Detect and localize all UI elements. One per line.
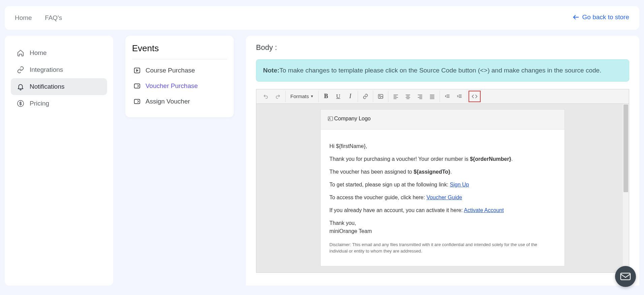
image-button[interactable] [375,91,387,102]
svg-rect-32 [621,273,630,280]
sidebar-item-label: Integrations [30,66,63,73]
voucher-assign-icon [133,98,141,105]
align-right-button[interactable] [414,91,426,102]
events-title: Events [132,43,227,59]
svg-rect-5 [134,99,140,104]
event-item-label: Course Purchase [146,67,195,74]
align-left-button[interactable] [390,91,402,102]
bold-button[interactable]: B [320,91,332,102]
editor-toolbar: Formats ▼ B U I [256,89,629,104]
editor: Formats ▼ B U I [256,89,629,273]
link-icon [362,93,368,99]
logo-alt-text: Company Logo [334,116,371,122]
link-button[interactable] [359,91,372,102]
note-bold: Note: [263,67,280,74]
topbar-left: Home FAQ's [15,14,73,22]
source-code-button[interactable] [469,91,481,102]
company-logo-broken: Company Logo [327,116,371,122]
go-back-label: Go back to store [582,13,629,21]
ticket-icon [133,82,141,90]
redo-button[interactable] [272,91,284,102]
sidebar-item-label: Pricing [30,100,49,107]
editor-body[interactable]: Company Logo Hi ${firstName}, Thank you … [256,104,629,272]
layout: Home Integrations Notifications Pricing … [0,36,644,290]
topbar-right: Go back to store [572,13,629,22]
activate-account-link[interactable]: Activate Account [464,207,504,213]
underline-button[interactable]: U [332,91,344,102]
mail-greeting: Hi ${firstName}, [329,142,556,150]
arrow-left-icon [572,13,580,21]
sidebar-item-notifications[interactable]: Notifications [11,78,107,95]
mail-frame: Company Logo Hi ${firstName}, Thank you … [320,109,565,266]
undo-icon [263,93,269,99]
topbar: Home FAQ's Go back to store [5,6,639,30]
mail-line-signup: To get started, please sign up at the fo… [329,181,556,189]
sidebar-item-integrations[interactable]: Integrations [11,61,107,78]
mail-disclaimer: Disclaimer: This email and any files tra… [329,241,556,255]
mail-content: Hi ${firstName}, Thank you for purchasin… [321,129,565,266]
outdent-icon [444,93,450,99]
svg-point-31 [329,117,330,118]
mail-line-assigned: The voucher has been assigned to ${assig… [329,168,556,176]
note-box: Note:To make changes to template please … [256,59,629,82]
svg-marker-3 [136,69,138,71]
formats-label: Formats [290,93,309,99]
event-item-assign-voucher[interactable]: Assign Voucher [132,94,227,109]
align-left-icon [393,93,399,99]
broken-image-icon [327,116,333,122]
sidebar-item-label: Home [30,49,47,57]
svg-rect-30 [328,117,333,121]
italic-button[interactable]: I [344,91,356,102]
align-center-icon [405,93,411,99]
go-back-link[interactable]: Go back to store [572,13,629,21]
svg-rect-2 [134,68,140,73]
content-panel: Body : Note:To make changes to template … [246,36,639,286]
dollar-icon [17,100,24,107]
sidebar: Home Integrations Notifications Pricing [5,36,113,286]
voucher-guide-link[interactable]: Voucher Guide [426,195,462,200]
mail-header: Company Logo [321,110,565,129]
nav-faqs[interactable]: FAQ's [45,14,62,21]
scrollbar-thumb[interactable] [623,105,628,192]
align-right-icon [417,93,423,99]
code-icon [472,93,478,99]
events-panel: Events Course Purchase Voucher Purchase … [125,36,234,117]
home-icon [17,49,24,57]
bell-icon [17,83,24,90]
svg-point-7 [379,95,380,96]
sidebar-item-pricing[interactable]: Pricing [11,95,107,112]
body-label: Body : [256,43,629,52]
indent-button[interactable] [453,91,465,102]
indent-icon [456,93,462,99]
image-icon [378,93,384,99]
event-item-label: Voucher Purchase [146,82,198,90]
link-icon [17,66,24,73]
undo-button[interactable] [260,91,272,102]
outdent-button[interactable] [441,91,453,102]
sidebar-item-home[interactable]: Home [11,45,107,61]
formats-dropdown[interactable]: Formats ▼ [287,91,317,102]
mail-thanks: Thank you, miniOrange Team [329,219,556,235]
mail-line-guide: To access the voucher guide, click here:… [329,194,556,202]
event-item-course-purchase[interactable]: Course Purchase [132,63,227,78]
mail-line-order: Thank you for purchasing a voucher! Your… [329,155,556,163]
event-item-voucher-purchase[interactable]: Voucher Purchase [132,78,227,94]
mail-line-activate: If you already have an account, you can … [329,206,556,214]
align-justify-icon [429,93,435,99]
align-center-button[interactable] [402,91,414,102]
svg-rect-4 [134,84,140,88]
align-justify-button[interactable] [426,91,438,102]
sidebar-item-label: Notifications [30,83,65,90]
redo-icon [275,93,281,99]
caret-down-icon: ▼ [310,94,314,98]
play-square-icon [133,67,141,74]
note-text: To make changes to template please click… [280,67,602,74]
mail-icon [620,271,631,282]
signup-link[interactable]: Sign Up [450,182,469,187]
mail-fab[interactable] [615,266,636,287]
editor-scrollbar[interactable] [623,104,629,272]
event-item-label: Assign Voucher [146,98,190,105]
nav-home[interactable]: Home [15,14,32,21]
